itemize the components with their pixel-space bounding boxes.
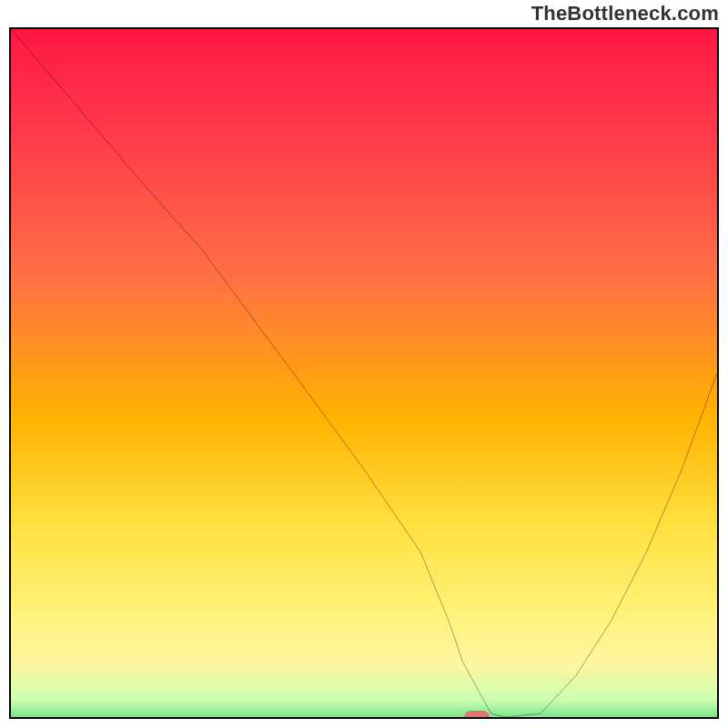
bottleneck-curve	[11, 29, 717, 717]
chart-container: TheBottleneck.com	[0, 0, 728, 728]
watermark-label: TheBottleneck.com	[531, 2, 719, 25]
optimal-point-marker	[464, 711, 490, 719]
plot-area	[9, 27, 719, 719]
